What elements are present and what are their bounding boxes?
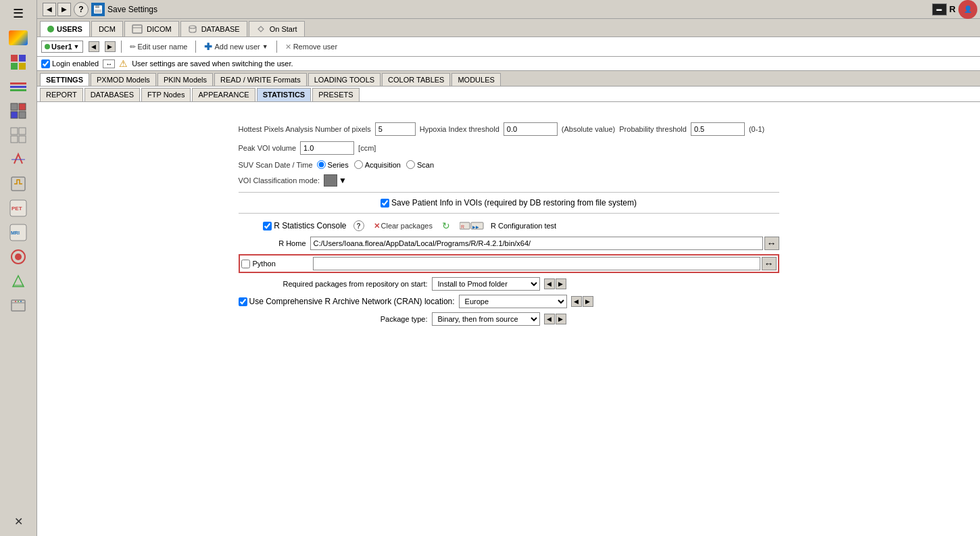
add-icon: ✚ [204, 41, 212, 52]
pkg-type-nav: ◀ ▶ [544, 314, 566, 324]
svg-rect-5 [10, 86, 26, 88]
voi-dropdown-icon[interactable]: ▼ [339, 176, 347, 185]
user-avatar[interactable]: 👤 [958, 0, 977, 19]
tab-settings-main[interactable]: SETTINGS [40, 73, 89, 86]
radio-scan[interactable]: Scan [406, 160, 434, 169]
login-enabled-checkbox[interactable] [41, 59, 50, 68]
tab-color-tables[interactable]: COLOR TABLES [382, 73, 450, 86]
nav-prev-btn[interactable]: ◀ [43, 3, 56, 16]
sidebar-icon-2[interactable] [7, 76, 29, 97]
sidebar-icon-4[interactable] [7, 124, 29, 146]
cran-checkbox[interactable] [239, 297, 247, 306]
req-packages-label: Required packages from repository on sta… [239, 280, 428, 288]
sidebar-icon-8[interactable] [7, 270, 29, 292]
tab-pkin[interactable]: PKIN Models [157, 73, 213, 86]
hottest-pixels-input[interactable] [375, 122, 416, 136]
r-config-refresh-btn[interactable]: ↻ [439, 219, 453, 233]
pkg-type-label: Package type: [239, 315, 428, 323]
req-pkg-nav-right[interactable]: ▶ [556, 278, 566, 289]
cran-nav-right[interactable]: ▶ [583, 296, 593, 307]
svg-rect-15 [11, 177, 25, 191]
user-prev-btn[interactable]: ◀ [89, 41, 99, 52]
tab-appearance[interactable]: APPEARANCE [192, 88, 255, 101]
pkg-type-nav-left[interactable]: ◀ [544, 314, 555, 324]
save-patient-checkbox[interactable] [381, 199, 389, 208]
python-input[interactable] [313, 257, 760, 270]
pkg-type-select[interactable]: Binary, then from source [432, 312, 540, 326]
tab-on-start[interactable]: On Start [249, 21, 305, 36]
req-packages-row: Required packages from repository on sta… [239, 277, 779, 291]
sidebar-icon-6[interactable] [7, 173, 29, 195]
radio-acquisition[interactable]: Acquisition [354, 160, 401, 169]
svg-point-30 [189, 26, 196, 28]
remove-user-btn[interactable]: ✕ Remove user [283, 41, 340, 53]
content-area: Hottest Pixels Analysis Number of pixels… [37, 102, 980, 536]
peak-voi-input[interactable] [300, 141, 354, 155]
sidebar-icon-3[interactable] [7, 100, 29, 122]
req-pkg-nav-left[interactable]: ◀ [544, 278, 555, 289]
probability-range: (0-1) [749, 125, 764, 133]
user-next-btn[interactable]: ▶ [105, 41, 116, 52]
r-stats-help-btn[interactable]: ? [351, 219, 367, 233]
nav-next-btn[interactable]: ▶ [57, 3, 71, 16]
sidebar-icon-pet[interactable]: PET [7, 197, 29, 219]
user-name: User1 [51, 43, 72, 51]
tab-loading-tools[interactable]: LOADING TOOLS [308, 73, 381, 86]
add-user-btn[interactable]: ✚ Add new user ▼ [201, 40, 270, 53]
hypoxia-input[interactable] [504, 122, 558, 136]
help-btn[interactable]: ? [74, 2, 89, 17]
r-config-icons[interactable]: R▶▶ [457, 220, 487, 232]
sidebar-icon-5[interactable] [7, 149, 29, 170]
clear-packages-btn[interactable]: ✕ Clear packages [371, 220, 435, 232]
tab-pxmod[interactable]: PXMOD Models [91, 73, 156, 86]
tab-dicom[interactable]: DICOM [124, 21, 179, 36]
r-stats-checkbox-label[interactable]: R Statistics Console [239, 221, 347, 230]
cran-checkbox-label[interactable]: Use Comprehensive R Archive Network (CRA… [239, 297, 455, 306]
sidebar-close-btn[interactable]: ✕ [14, 515, 23, 533]
tab-users[interactable]: USERS [40, 21, 90, 36]
tab-ftp-nodes[interactable]: FTP Nodes [141, 88, 191, 101]
user-dropdown-icon[interactable]: ▼ [74, 43, 80, 50]
main-area: ◀ ▶ ? Save Settings ▬ R 👤 USERS DCM DICO… [37, 0, 980, 536]
save-patient-checkbox-label[interactable]: Save Patient Info in VOIs (required by D… [381, 198, 637, 208]
sidebar-icon-7[interactable] [7, 246, 29, 268]
sidebar-icon-1[interactable] [7, 51, 29, 73]
voi-color-selector[interactable]: ▼ [324, 174, 347, 187]
tab-database[interactable]: DATABASE [180, 21, 247, 36]
save-settings-btn[interactable]: Save Settings [91, 3, 157, 16]
python-checkbox[interactable] [241, 260, 250, 268]
svg-rect-9 [11, 112, 18, 118]
r-stats-checkbox[interactable] [263, 222, 272, 230]
req-packages-select[interactable]: Install to Pmod folder [432, 277, 540, 291]
edit-user-btn[interactable]: ✏ Edit user name [127, 41, 191, 53]
sidebar-icon-9[interactable] [7, 295, 29, 316]
sidebar-icon-mri[interactable]: MRI [7, 222, 29, 243]
login-enabled-label[interactable]: Login enabled [41, 59, 99, 68]
monitor-btn[interactable]: ▬ [932, 3, 947, 16]
svg-rect-28 [95, 9, 101, 13]
expand-icon[interactable]: ↔ [103, 59, 115, 68]
probability-label: Probability threshold [619, 125, 687, 133]
cran-nav-left[interactable]: ◀ [571, 296, 582, 307]
tab-presets[interactable]: PRESETS [312, 88, 359, 101]
add-user-dropdown[interactable]: ▼ [262, 43, 268, 50]
tab-statistics[interactable]: STATISTICS [257, 88, 312, 101]
tab-rw-formats[interactable]: READ / WRITE Formats [214, 73, 307, 86]
r-home-browse-btn[interactable]: ↔ [764, 237, 779, 250]
peak-voi-row: Peak VOI volume [ccm] [239, 141, 779, 155]
r-home-input[interactable] [310, 237, 763, 250]
tab-modules[interactable]: MODULES [451, 73, 500, 86]
tab-databases[interactable]: DATABASES [84, 88, 140, 101]
tab-dcm[interactable]: DCM [91, 21, 123, 36]
cran-select[interactable]: Europe [459, 295, 567, 308]
tab-report[interactable]: REPORT [40, 88, 83, 101]
r-label[interactable]: R [950, 4, 956, 14]
primary-tab-bar: USERS DCM DICOM DATABASE On Start [37, 19, 980, 37]
remove-icon: ✕ [285, 43, 291, 51]
probability-input[interactable] [691, 122, 745, 136]
radio-series[interactable]: Series [317, 160, 349, 169]
sidebar-icon-menu[interactable]: ☰ [7, 3, 29, 24]
python-browse-btn[interactable]: ↔ [762, 257, 777, 270]
pkg-type-nav-right[interactable]: ▶ [556, 314, 566, 324]
user-selector[interactable]: User1 ▼ [41, 41, 83, 53]
